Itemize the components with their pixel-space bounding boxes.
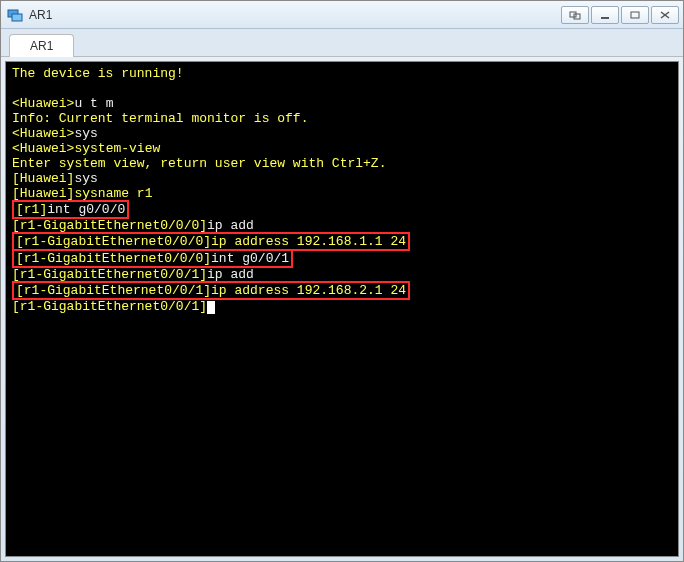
terminal-prompt: <Huawei> (12, 96, 74, 111)
terminal-line: Enter system view, return user view with… (12, 156, 386, 171)
terminal-prompt: [Huawei] (12, 186, 74, 201)
terminal-prompt: [r1-GigabitEthernet0/0/0] (16, 251, 211, 266)
highlight-box: [r1-GigabitEthernet0/0/0]int g0/0/1 (12, 249, 293, 268)
minimize-button[interactable] (591, 6, 619, 24)
terminal-cmd: ip add (207, 267, 254, 282)
maximize-button[interactable] (621, 6, 649, 24)
close-button[interactable] (651, 6, 679, 24)
terminal[interactable]: The device is running! <Huawei>u t m Inf… (5, 61, 679, 557)
terminal-prompt: <Huawei> (12, 126, 74, 141)
window-frame: AR1 AR1 The device is running! <Huawei>u… (0, 0, 684, 562)
terminal-prompt: [r1-GigabitEthernet0/0/0] (12, 218, 207, 233)
terminal-line: Info: Current terminal monitor is off. (12, 111, 308, 126)
terminal-prompt: [r1] (16, 202, 47, 217)
terminal-prompt: [r1-GigabitEthernet0/0/1] (16, 283, 211, 298)
svg-rect-5 (631, 12, 639, 18)
detach-button[interactable] (561, 6, 589, 24)
window-title: AR1 (29, 8, 561, 22)
terminal-prompt: [r1-GigabitEthernet0/0/1] (12, 267, 207, 282)
terminal-cmd: ip add (207, 218, 254, 233)
terminal-cmd: u t m (74, 96, 113, 111)
cursor (207, 301, 215, 314)
terminal-cmd: sysname r1 (74, 186, 152, 201)
terminal-cmd: int g0/0/0 (47, 202, 125, 217)
svg-rect-1 (12, 14, 22, 21)
titlebar: AR1 (1, 1, 683, 29)
terminal-cmd: sys (74, 126, 97, 141)
terminal-cmd: ip address 192.168.2.1 24 (211, 283, 406, 298)
terminal-cmd: ip address 192.168.1.1 24 (211, 234, 406, 249)
terminal-cmd: sys (74, 171, 97, 186)
tab-ar1[interactable]: AR1 (9, 34, 74, 57)
window-controls (561, 6, 679, 24)
highlight-box: [r1]int g0/0/0 (12, 200, 129, 219)
terminal-prompt: <Huawei> (12, 141, 74, 156)
terminal-prompt: [Huawei] (12, 171, 74, 186)
terminal-cmd: system-view (74, 141, 160, 156)
highlight-box: [r1-GigabitEthernet0/0/1]ip address 192.… (12, 281, 410, 300)
terminal-line (12, 81, 20, 96)
terminal-prompt: [r1-GigabitEthernet0/0/0] (16, 234, 211, 249)
tab-label: AR1 (30, 39, 53, 53)
terminal-cmd: int g0/0/1 (211, 251, 289, 266)
terminal-prompt: [r1-GigabitEthernet0/0/1] (12, 299, 207, 314)
tab-strip: AR1 (1, 29, 683, 57)
terminal-line: The device is running! (12, 66, 184, 81)
app-icon (7, 7, 23, 23)
